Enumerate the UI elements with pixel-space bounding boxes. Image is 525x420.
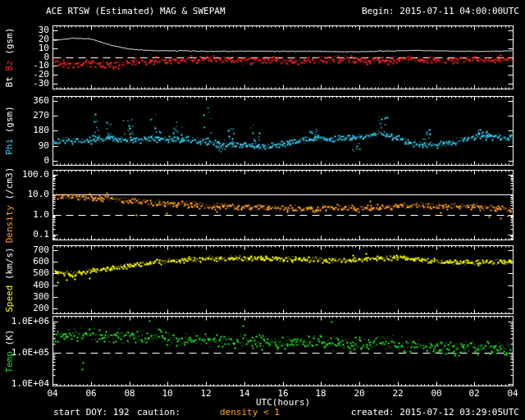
y-tick-label: 0 — [0, 156, 49, 166]
x-tick-label: 02 — [463, 389, 486, 399]
x-tick-label: 18 — [309, 389, 332, 399]
panel-y-label-part: Phi — [4, 133, 15, 155]
panel-y-label-part: (K) — [4, 329, 15, 345]
panel-y-label: Density (/cm3) — [5, 167, 15, 243]
panel-y-label-part: Temp — [4, 345, 15, 372]
x-tick-label: 08 — [118, 389, 141, 399]
x-tick-label: 14 — [233, 389, 256, 399]
footer-caution-value: density < 1 — [220, 408, 280, 418]
panel-y-label: Bt Bz (gsm) — [5, 27, 15, 87]
panel-y-label-part: (/cm3) — [4, 167, 15, 199]
panel-y-label-part: Density — [4, 199, 15, 243]
x-tick-label: 00 — [425, 389, 448, 399]
panel-y-label: Phi (gsm) — [5, 106, 15, 155]
panel-y-label: Speed (km/s) — [5, 247, 15, 313]
panel-y-label-part: Bt — [4, 71, 15, 87]
plot-canvas — [0, 0, 525, 420]
y-tick-label: 1.0E+04 — [0, 379, 49, 389]
chart-title: ACE RTSW (Estimated) MAG & SWEPAM — [46, 7, 226, 16]
panel-y-label-part: Bz — [4, 54, 15, 71]
x-tick-label: 20 — [348, 389, 371, 399]
y-tick-label: 360 — [0, 96, 49, 106]
x-tick-label: 10 — [156, 389, 179, 399]
panel-y-label-part: (gsm) — [4, 106, 15, 133]
panel-y-label-part: Speed — [4, 280, 15, 313]
x-tick-label: 04 — [41, 389, 64, 399]
x-tick-label: 12 — [194, 389, 217, 399]
footer-created: created: 2015-07-12 03:29:05UTC — [351, 408, 519, 418]
ace-rtsw-plot: ACE RTSW (Estimated) MAG & SWEPAM Begin:… — [0, 0, 525, 420]
y-tick-label: 1.0E+06 — [0, 317, 49, 326]
panel-y-label-part: (km/s) — [4, 247, 15, 280]
x-tick-label: 22 — [386, 389, 409, 399]
begin-timestamp: Begin: 2015-07-11 04:00:00UTC — [362, 7, 519, 16]
panel-y-label-part: (gsm) — [4, 27, 15, 54]
x-tick-label: 06 — [80, 389, 103, 399]
panel-y-label: Temp (K) — [5, 329, 15, 372]
x-tick-label: 04 — [501, 389, 524, 399]
footer-caution-label: caution: — [137, 408, 180, 418]
footer-start-doy: start DOY: 192 — [53, 408, 130, 418]
x-tick-label: 16 — [272, 389, 294, 399]
